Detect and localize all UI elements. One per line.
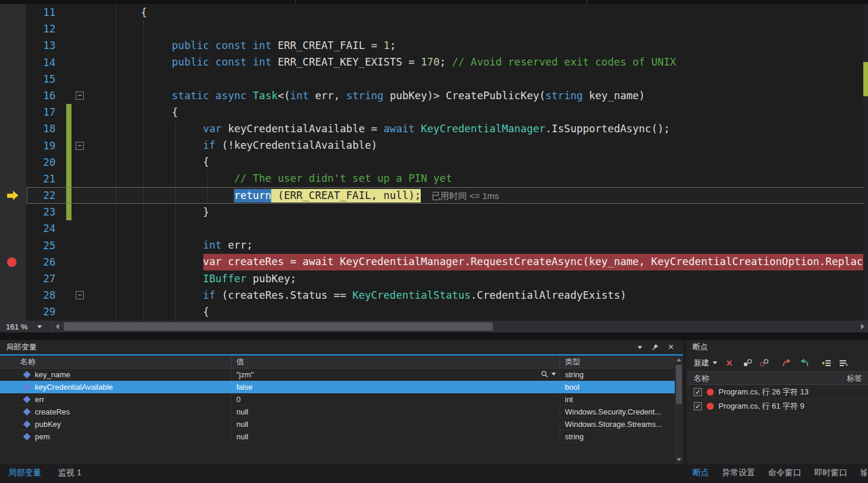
fold-collapse-icon[interactable]: − <box>76 92 84 100</box>
editor-indicator-margin[interactable] <box>0 220 26 237</box>
zoom-control[interactable]: 161 % <box>0 321 52 332</box>
variable-name-cell[interactable]: createRes <box>0 406 232 417</box>
code-line[interactable]: 21 // The user didn't set up a PIN yet <box>0 171 868 187</box>
editor-indicator-margin[interactable] <box>0 254 26 270</box>
breakpoint-icon[interactable] <box>7 257 17 267</box>
code-line[interactable]: 14 public const int ERR_CREAT_KEY_EXISTS… <box>0 54 868 71</box>
code-line[interactable]: 19− if (!keyCredentialAvailable) <box>0 138 868 154</box>
variable-value-cell[interactable]: "jzm" <box>232 368 560 380</box>
breakpoint-checkbox[interactable]: ✓ <box>694 388 702 396</box>
code-line[interactable]: 25 int err; <box>0 237 868 254</box>
breakpoints-title-bar[interactable]: 断点 <box>687 340 868 354</box>
fold-collapse-icon[interactable]: − <box>76 142 84 150</box>
editor-indicator-margin[interactable] <box>0 287 26 303</box>
debug-tab[interactable]: 异常设置 <box>722 468 755 478</box>
locals-scrollbar-thumb[interactable] <box>676 365 682 404</box>
go-to-source-icon[interactable] <box>822 359 832 367</box>
variable-name-cell[interactable]: pem <box>0 430 232 442</box>
code-line[interactable]: 23 } <box>0 204 868 220</box>
code-line[interactable]: 20 { <box>0 154 868 171</box>
editor-indicator-margin[interactable] <box>0 187 26 204</box>
debug-tab[interactable]: 命令窗口 <box>768 468 801 478</box>
editor-indicator-margin[interactable] <box>0 204 26 220</box>
breakpoints-column-header[interactable]: 标签 <box>843 372 868 384</box>
editor-indicator-margin[interactable] <box>0 237 26 254</box>
code-line[interactable]: 17 { <box>0 104 868 120</box>
horizontal-scrollbar-track[interactable] <box>63 321 857 332</box>
editor-indicator-margin[interactable] <box>0 270 26 287</box>
debug-tab[interactable]: 即时窗口 <box>814 468 847 478</box>
value-search-icon[interactable] <box>541 370 556 378</box>
debug-tab[interactable]: 断点 <box>693 468 709 478</box>
code-editor[interactable]: 11 {1213 public const int ERR_CREAT_FAIL… <box>0 4 868 321</box>
code-line[interactable]: 18 var keyCredentialAvailable = await Ke… <box>0 120 868 137</box>
new-breakpoint-button[interactable]: 新建 <box>694 358 717 368</box>
locals-column-header[interactable]: 类型 <box>560 355 675 368</box>
code-line[interactable]: 26 var createRes = await KeyCredentialMa… <box>0 254 868 270</box>
editor-indicator-margin[interactable] <box>0 120 26 137</box>
locals-row[interactable]: err0int <box>0 393 675 406</box>
variable-name-cell[interactable]: err <box>0 393 232 405</box>
export-breakpoints-icon[interactable] <box>782 358 792 367</box>
scroll-left-button[interactable] <box>52 321 63 332</box>
scroll-down-icon[interactable] <box>677 458 681 461</box>
variable-value-cell[interactable]: null <box>232 406 560 417</box>
pin-icon[interactable] <box>652 344 659 351</box>
code-line[interactable]: 28− if (createRes.Status == KeyCredentia… <box>0 287 868 303</box>
toggle-all-breakpoints-icon[interactable] <box>743 358 753 367</box>
editor-indicator-margin[interactable] <box>0 54 26 71</box>
editor-indicator-margin[interactable] <box>0 37 26 54</box>
code-line[interactable]: 22 return (ERR_CREAT_FAIL, null);已用时间 <=… <box>0 187 868 204</box>
locals-tab[interactable]: 局部变量 <box>8 468 41 478</box>
editor-vertical-scrollbar[interactable] <box>863 4 868 321</box>
editor-indicator-margin[interactable] <box>0 21 26 37</box>
scroll-up-icon[interactable] <box>677 358 681 361</box>
editor-indicator-margin[interactable] <box>0 71 26 87</box>
breakpoint-row[interactable]: ✓Program.cs, 行 26 字符 13 <box>687 385 868 399</box>
variable-name-cell[interactable]: keyCredentialAvailable <box>0 381 232 393</box>
code-line[interactable]: 29 { <box>0 303 868 320</box>
delete-breakpoint-button[interactable]: × <box>726 358 733 368</box>
editor-indicator-margin[interactable] <box>0 87 26 104</box>
locals-vertical-scrollbar[interactable] <box>675 355 683 464</box>
code-line[interactable]: 16− static async Task<(int err, string p… <box>0 87 868 104</box>
locals-column-header[interactable]: 名称 <box>0 355 232 368</box>
code-line[interactable]: 13 public const int ERR_CREAT_FAIL = 1; <box>0 37 868 54</box>
search-icon[interactable] <box>541 370 548 378</box>
close-icon[interactable]: × <box>668 343 674 351</box>
code-line[interactable]: 27 IBuffer pubKey; <box>0 270 868 287</box>
locals-column-header[interactable]: 值 <box>232 355 560 368</box>
variable-value-cell[interactable]: 0 <box>232 393 560 405</box>
variable-value-cell[interactable]: null <box>232 430 560 442</box>
breakpoint-checkbox[interactable]: ✓ <box>694 402 702 410</box>
editor-indicator-margin[interactable] <box>0 138 26 154</box>
locals-row[interactable]: createResnullWindows.Security.Credent... <box>0 406 675 418</box>
chevron-down-icon[interactable] <box>551 373 556 376</box>
editor-indicator-margin[interactable] <box>0 171 26 187</box>
variable-value-cell[interactable]: false <box>232 381 560 393</box>
code-line[interactable]: 12 <box>0 21 868 37</box>
debug-tab[interactable]: 输出 <box>860 468 867 478</box>
disable-all-breakpoints-icon[interactable] <box>759 358 769 367</box>
locals-row[interactable]: keyCredentialAvailablefalsebool <box>0 381 675 393</box>
editor-indicator-margin[interactable] <box>0 104 26 120</box>
locals-row[interactable]: key_name"jzm"string <box>0 368 675 381</box>
locals-title-bar[interactable]: 局部变量 × <box>0 340 683 355</box>
variable-name-cell[interactable]: pubKey <box>0 418 232 430</box>
horizontal-splitter[interactable] <box>0 332 868 340</box>
scroll-right-button[interactable] <box>857 321 868 332</box>
locals-row[interactable]: pubKeynullWindows.Storage.Streams... <box>0 418 675 430</box>
editor-indicator-margin[interactable] <box>0 303 26 320</box>
locals-tab[interactable]: 监视 1 <box>58 468 82 478</box>
breakpoint-row[interactable]: ✓Program.cs, 行 61 字符 9 <box>687 399 868 413</box>
columns-icon[interactable] <box>838 359 849 367</box>
code-line[interactable]: 15 <box>0 71 868 87</box>
code-line[interactable]: 24 <box>0 220 868 237</box>
variable-value-cell[interactable]: null <box>232 418 560 430</box>
fold-collapse-icon[interactable]: − <box>76 291 84 299</box>
editor-indicator-margin[interactable] <box>0 154 26 171</box>
import-breakpoints-icon[interactable] <box>799 358 810 367</box>
horizontal-scrollbar-thumb[interactable] <box>64 322 493 331</box>
variable-name-cell[interactable]: key_name <box>0 368 232 380</box>
code-line[interactable]: 11 { <box>0 4 868 21</box>
